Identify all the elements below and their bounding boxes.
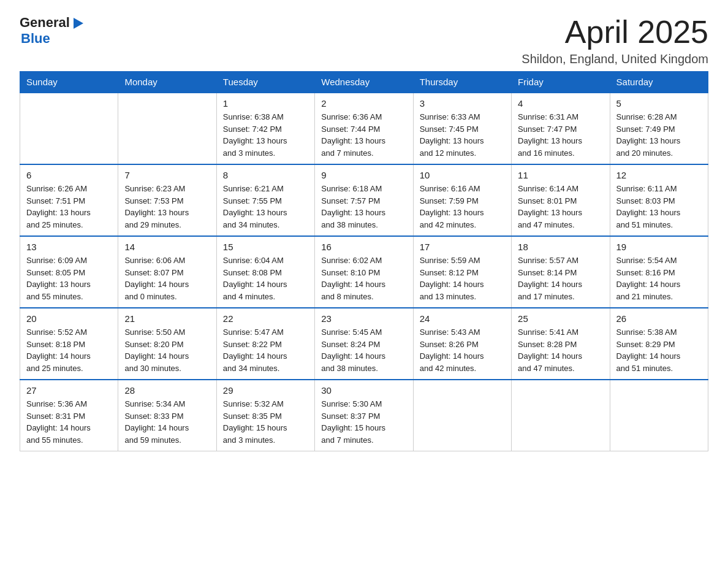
calendar-cell: 4Sunrise: 6:31 AM Sunset: 7:47 PM Daylig… <box>512 93 610 164</box>
day-number: 29 <box>223 385 308 396</box>
calendar-cell: 7Sunrise: 6:23 AM Sunset: 7:53 PM Daylig… <box>118 164 216 236</box>
day-info: Sunrise: 5:41 AM Sunset: 8:28 PM Dayligh… <box>518 326 603 374</box>
day-number: 25 <box>518 313 603 324</box>
month-title: April 2025 <box>521 15 708 50</box>
day-info: Sunrise: 6:11 AM Sunset: 8:03 PM Dayligh… <box>616 183 702 231</box>
day-number: 19 <box>616 242 702 252</box>
calendar-cell: 23Sunrise: 5:45 AM Sunset: 8:24 PM Dayli… <box>315 308 413 380</box>
logo-general-text: General <box>20 15 70 31</box>
weekday-header: Tuesday <box>216 72 314 93</box>
day-number: 15 <box>223 242 308 252</box>
calendar-cell: 3Sunrise: 6:33 AM Sunset: 7:45 PM Daylig… <box>413 93 511 164</box>
page-header: General Blue April 2025 Shildon, England… <box>20 15 708 66</box>
logo-blue-text: Blue <box>21 31 50 46</box>
calendar-cell: 9Sunrise: 6:18 AM Sunset: 7:57 PM Daylig… <box>315 164 413 236</box>
weekday-header: Friday <box>512 72 610 93</box>
day-number: 4 <box>518 98 603 109</box>
calendar-cell: 17Sunrise: 5:59 AM Sunset: 8:12 PM Dayli… <box>413 236 511 308</box>
calendar-cell: 24Sunrise: 5:43 AM Sunset: 8:26 PM Dayli… <box>413 308 511 380</box>
calendar-cell: 13Sunrise: 6:09 AM Sunset: 8:05 PM Dayli… <box>20 236 118 308</box>
day-number: 23 <box>321 313 406 324</box>
day-number: 14 <box>124 242 210 252</box>
day-info: Sunrise: 5:36 AM Sunset: 8:31 PM Dayligh… <box>26 398 112 446</box>
day-info: Sunrise: 6:18 AM Sunset: 7:57 PM Dayligh… <box>321 183 406 231</box>
calendar-cell: 28Sunrise: 5:34 AM Sunset: 8:33 PM Dayli… <box>118 380 216 451</box>
day-info: Sunrise: 5:54 AM Sunset: 8:16 PM Dayligh… <box>616 255 702 302</box>
weekday-header: Sunday <box>20 72 118 93</box>
day-number: 2 <box>321 98 406 109</box>
day-info: Sunrise: 5:52 AM Sunset: 8:18 PM Dayligh… <box>26 326 112 374</box>
title-block: April 2025 Shildon, England, United King… <box>521 15 708 66</box>
calendar-cell <box>20 93 118 164</box>
day-info: Sunrise: 6:23 AM Sunset: 7:53 PM Dayligh… <box>124 183 210 231</box>
calendar-cell: 21Sunrise: 5:50 AM Sunset: 8:20 PM Dayli… <box>118 308 216 380</box>
calendar-cell: 27Sunrise: 5:36 AM Sunset: 8:31 PM Dayli… <box>20 380 118 451</box>
day-number: 6 <box>26 170 112 180</box>
calendar-cell: 6Sunrise: 6:26 AM Sunset: 7:51 PM Daylig… <box>20 164 118 236</box>
day-number: 24 <box>420 313 505 324</box>
day-info: Sunrise: 5:34 AM Sunset: 8:33 PM Dayligh… <box>124 398 210 446</box>
day-info: Sunrise: 6:36 AM Sunset: 7:44 PM Dayligh… <box>321 111 406 159</box>
calendar-cell: 29Sunrise: 5:32 AM Sunset: 8:35 PM Dayli… <box>216 380 314 451</box>
calendar-cell: 18Sunrise: 5:57 AM Sunset: 8:14 PM Dayli… <box>512 236 610 308</box>
day-info: Sunrise: 6:26 AM Sunset: 7:51 PM Dayligh… <box>26 183 112 231</box>
calendar-cell: 8Sunrise: 6:21 AM Sunset: 7:55 PM Daylig… <box>216 164 314 236</box>
calendar-week-row: 6Sunrise: 6:26 AM Sunset: 7:51 PM Daylig… <box>20 164 708 236</box>
day-info: Sunrise: 6:09 AM Sunset: 8:05 PM Dayligh… <box>26 255 112 302</box>
calendar-cell: 25Sunrise: 5:41 AM Sunset: 8:28 PM Dayli… <box>512 308 610 380</box>
calendar-cell: 12Sunrise: 6:11 AM Sunset: 8:03 PM Dayli… <box>610 164 708 236</box>
day-info: Sunrise: 6:21 AM Sunset: 7:55 PM Dayligh… <box>223 183 308 231</box>
calendar-cell: 20Sunrise: 5:52 AM Sunset: 8:18 PM Dayli… <box>20 308 118 380</box>
location-title: Shildon, England, United Kingdom <box>521 52 708 66</box>
calendar-cell: 30Sunrise: 5:30 AM Sunset: 8:37 PM Dayli… <box>315 380 413 451</box>
day-number: 12 <box>616 170 702 180</box>
day-number: 7 <box>124 170 210 180</box>
calendar-cell <box>512 380 610 451</box>
calendar-cell: 22Sunrise: 5:47 AM Sunset: 8:22 PM Dayli… <box>216 308 314 380</box>
day-number: 17 <box>420 242 505 252</box>
calendar-cell <box>413 380 511 451</box>
day-info: Sunrise: 6:38 AM Sunset: 7:42 PM Dayligh… <box>223 111 308 159</box>
calendar-cell: 1Sunrise: 6:38 AM Sunset: 7:42 PM Daylig… <box>216 93 314 164</box>
day-number: 11 <box>518 170 603 180</box>
day-info: Sunrise: 6:02 AM Sunset: 8:10 PM Dayligh… <box>321 255 406 302</box>
calendar-cell <box>610 380 708 451</box>
svg-marker-0 <box>74 18 83 29</box>
logo: General Blue <box>20 15 85 47</box>
day-number: 5 <box>616 98 702 109</box>
calendar-week-row: 27Sunrise: 5:36 AM Sunset: 8:31 PM Dayli… <box>20 380 708 451</box>
calendar-cell: 14Sunrise: 6:06 AM Sunset: 8:07 PM Dayli… <box>118 236 216 308</box>
day-number: 28 <box>124 385 210 396</box>
calendar-cell: 26Sunrise: 5:38 AM Sunset: 8:29 PM Dayli… <box>610 308 708 380</box>
calendar-week-row: 1Sunrise: 6:38 AM Sunset: 7:42 PM Daylig… <box>20 93 708 164</box>
day-info: Sunrise: 6:06 AM Sunset: 8:07 PM Dayligh… <box>124 255 210 302</box>
day-number: 9 <box>321 170 406 180</box>
calendar-table: SundayMondayTuesdayWednesdayThursdayFrid… <box>20 71 708 451</box>
day-number: 13 <box>26 242 112 252</box>
day-info: Sunrise: 5:45 AM Sunset: 8:24 PM Dayligh… <box>321 326 406 374</box>
day-info: Sunrise: 5:50 AM Sunset: 8:20 PM Dayligh… <box>124 326 210 374</box>
day-number: 22 <box>223 313 308 324</box>
day-info: Sunrise: 5:38 AM Sunset: 8:29 PM Dayligh… <box>616 326 702 374</box>
calendar-header-row: SundayMondayTuesdayWednesdayThursdayFrid… <box>20 72 708 93</box>
day-number: 30 <box>321 385 406 396</box>
calendar-cell: 5Sunrise: 6:28 AM Sunset: 7:49 PM Daylig… <box>610 93 708 164</box>
calendar-cell: 19Sunrise: 5:54 AM Sunset: 8:16 PM Dayli… <box>610 236 708 308</box>
day-number: 1 <box>223 98 308 109</box>
calendar-cell: 10Sunrise: 6:16 AM Sunset: 7:59 PM Dayli… <box>413 164 511 236</box>
day-info: Sunrise: 5:32 AM Sunset: 8:35 PM Dayligh… <box>223 398 308 446</box>
calendar-cell <box>118 93 216 164</box>
day-number: 21 <box>124 313 210 324</box>
logo-icon <box>71 17 85 30</box>
day-number: 10 <box>420 170 505 180</box>
day-info: Sunrise: 6:16 AM Sunset: 7:59 PM Dayligh… <box>420 183 505 231</box>
calendar-cell: 16Sunrise: 6:02 AM Sunset: 8:10 PM Dayli… <box>315 236 413 308</box>
day-info: Sunrise: 6:14 AM Sunset: 8:01 PM Dayligh… <box>518 183 603 231</box>
day-info: Sunrise: 6:33 AM Sunset: 7:45 PM Dayligh… <box>420 111 505 159</box>
day-number: 27 <box>26 385 112 396</box>
day-info: Sunrise: 5:43 AM Sunset: 8:26 PM Dayligh… <box>420 326 505 374</box>
day-info: Sunrise: 5:57 AM Sunset: 8:14 PM Dayligh… <box>518 255 603 302</box>
day-number: 20 <box>26 313 112 324</box>
weekday-header: Wednesday <box>315 72 413 93</box>
weekday-header: Saturday <box>610 72 708 93</box>
